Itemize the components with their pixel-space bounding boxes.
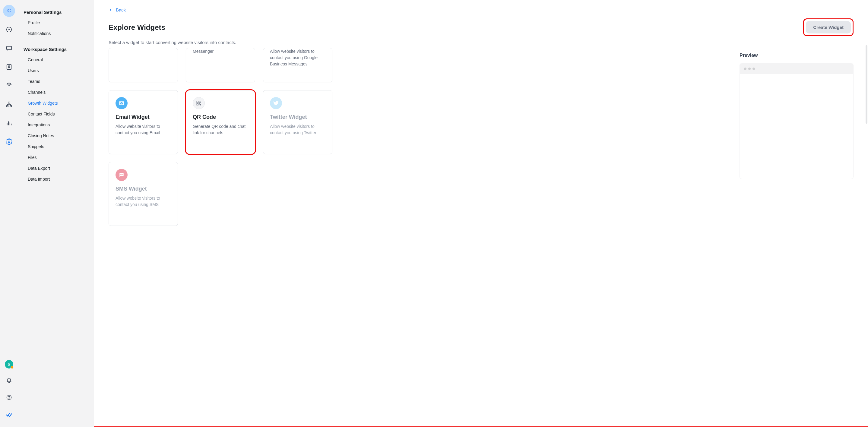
back-link[interactable]: Back	[108, 7, 854, 12]
svg-rect-18	[199, 101, 201, 102]
dashboard-icon[interactable]	[3, 24, 15, 36]
qr-icon	[193, 97, 205, 109]
sidebar-item-snippets[interactable]: Snippets	[18, 141, 94, 152]
main-content: Back Explore Widgets Create Widget Selec…	[94, 0, 868, 427]
messages-icon[interactable]	[3, 42, 15, 54]
svg-rect-21	[200, 104, 201, 105]
page-title: Explore Widgets	[108, 23, 165, 32]
svg-rect-2	[7, 47, 12, 50]
preview-title: Preview	[740, 53, 854, 58]
svg-rect-9	[10, 105, 12, 107]
sidebar-item-closing-notes[interactable]: Closing Notes	[18, 130, 94, 141]
svg-rect-8	[7, 105, 8, 107]
workflow-icon[interactable]	[3, 98, 15, 110]
card-desc	[116, 48, 171, 60]
scrollbar-thumb[interactable]	[866, 45, 867, 124]
settings-icon[interactable]	[3, 136, 15, 148]
widget-card-email[interactable]: Email Widget Allow website visitors to c…	[108, 90, 178, 154]
widget-card-partial-3[interactable]: Allow website visitors to contact you us…	[263, 48, 332, 82]
page-subtitle: Select a widget to start converting webs…	[108, 40, 854, 45]
svg-point-4	[8, 66, 10, 67]
sidebar-item-growth-widgets[interactable]: Growth Widgets	[18, 98, 94, 109]
widget-card-sms[interactable]: SMS SMS Widget Allow website visitors to…	[108, 162, 178, 226]
card-title: Twitter Widget	[270, 114, 326, 120]
workspace-settings-title: Workspace Settings	[18, 44, 94, 54]
contacts-icon[interactable]	[3, 61, 15, 73]
chevron-left-icon	[108, 8, 113, 12]
sidebar-item-channels[interactable]: Channels	[18, 87, 94, 98]
preview-box	[740, 63, 854, 179]
sidebar-item-data-import[interactable]: Data Import	[18, 174, 94, 185]
card-desc: Allow website visitors to contact you us…	[116, 123, 171, 136]
nav-rail: C S	[0, 0, 18, 427]
traffic-dot	[752, 67, 755, 70]
widget-card-partial-2[interactable]: Messenger	[186, 48, 255, 82]
svg-rect-17	[197, 101, 198, 102]
sidebar-item-notifications[interactable]: Notifications	[18, 28, 94, 39]
broadcast-icon[interactable]	[3, 80, 15, 92]
svg-line-1	[9, 29, 10, 30]
widget-card-partial-1[interactable]	[108, 48, 178, 82]
sidebar-item-integrations[interactable]: Integrations	[18, 119, 94, 130]
svg-text:SMS: SMS	[120, 174, 123, 175]
svg-rect-19	[197, 104, 198, 105]
sidebar-item-general[interactable]: General	[18, 54, 94, 65]
user-avatar[interactable]: S	[5, 360, 13, 368]
card-desc: Allow website visitors to contact you us…	[116, 195, 171, 208]
sidebar-item-users[interactable]: Users	[18, 65, 94, 76]
card-desc: Allow website visitors to contact you us…	[270, 48, 326, 67]
email-icon	[116, 97, 128, 109]
reports-icon[interactable]	[3, 117, 15, 129]
card-desc: Messenger	[193, 48, 248, 55]
card-title: Email Widget	[116, 114, 171, 120]
card-desc: Allow website visitors to contact you us…	[270, 123, 326, 136]
brand-logo-icon[interactable]	[3, 409, 15, 421]
sidebar-item-data-export[interactable]: Data Export	[18, 163, 94, 174]
help-icon[interactable]	[3, 391, 15, 403]
preview-browser-chrome	[740, 63, 853, 74]
widget-card-qr-code[interactable]: QR Code Generate QR code and chat link f…	[186, 90, 255, 154]
sidebar-item-files[interactable]: Files	[18, 152, 94, 163]
bell-icon[interactable]	[3, 374, 15, 386]
svg-point-16	[9, 399, 9, 399]
card-desc: Generate QR code and chat link for chann…	[193, 123, 248, 136]
twitter-icon	[270, 97, 282, 109]
sidebar-item-profile[interactable]: Profile	[18, 17, 94, 28]
widget-card-twitter[interactable]: Twitter Widget Allow website visitors to…	[263, 90, 332, 154]
traffic-dot	[748, 67, 751, 70]
workspace-avatar[interactable]: C	[3, 5, 15, 17]
svg-rect-7	[8, 102, 10, 103]
sidebar-item-contact-fields[interactable]: Contact Fields	[18, 109, 94, 119]
sms-icon: SMS	[116, 169, 128, 181]
traffic-dot	[744, 67, 746, 70]
svg-rect-20	[199, 104, 200, 104]
card-title: QR Code	[193, 114, 248, 120]
create-widget-button[interactable]: Create Widget	[806, 21, 851, 33]
widget-cards-area: Messenger Allow website visitors to cont…	[108, 48, 727, 418]
sidebar-item-teams[interactable]: Teams	[18, 76, 94, 87]
card-title: SMS Widget	[116, 186, 171, 192]
svg-point-14	[8, 141, 10, 143]
personal-settings-title: Personal Settings	[18, 7, 94, 17]
preview-panel: Preview	[740, 48, 854, 418]
back-label: Back	[116, 7, 126, 12]
create-widget-highlight: Create Widget	[803, 19, 854, 36]
settings-sidebar: Personal Settings Profile Notifications …	[18, 0, 94, 427]
